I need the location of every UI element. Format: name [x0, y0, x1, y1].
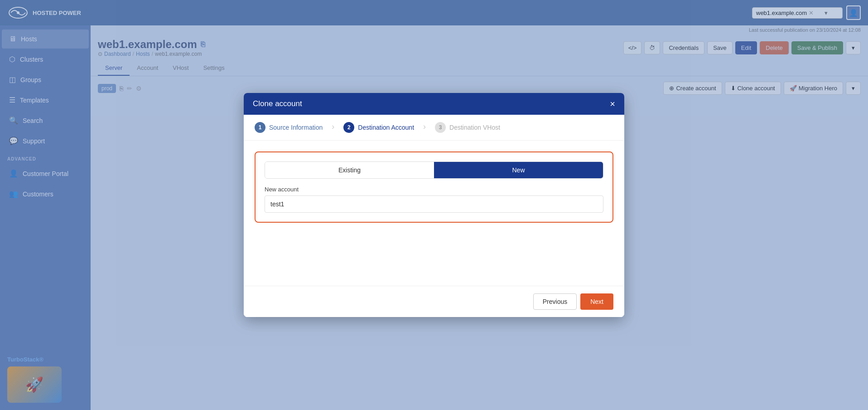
previous-button[interactable]: Previous [533, 293, 577, 310]
new-account-input[interactable] [265, 195, 603, 213]
step-sep2: › [423, 122, 426, 133]
step3-num: 3 [435, 122, 446, 133]
modal-title: Clone account [253, 99, 302, 108]
step-source: 1 Source Information [255, 122, 323, 133]
new-account-label: New account [265, 186, 603, 193]
step2-label: Destination Account [358, 124, 414, 131]
step3-label: Destination VHost [449, 124, 500, 131]
step-dest-account: 2 Destination Account [343, 122, 414, 133]
modal-close-button[interactable]: × [610, 99, 615, 108]
step-dest-vhost: 3 Destination VHost [435, 122, 500, 133]
new-toggle-button[interactable]: New [434, 162, 603, 178]
step-sep1: › [332, 122, 334, 133]
next-button[interactable]: Next [580, 293, 613, 310]
modal-footer: Previous Next [244, 286, 624, 317]
toggle-group-wrapper: Existing New New account [255, 151, 613, 223]
step1-num: 1 [255, 122, 265, 133]
modal-header: Clone account × [244, 93, 624, 115]
toggle-group: Existing New [265, 161, 603, 179]
clone-account-modal: Clone account × 1 Source Information › 2… [244, 93, 624, 317]
step1-label: Source Information [269, 124, 323, 131]
existing-toggle-button[interactable]: Existing [265, 162, 434, 178]
modal-body: Existing New New account [244, 141, 624, 286]
modal-overlay: Clone account × 1 Source Information › 2… [0, 0, 868, 410]
modal-steps: 1 Source Information › 2 Destination Acc… [244, 115, 624, 141]
step2-num: 2 [343, 122, 354, 133]
